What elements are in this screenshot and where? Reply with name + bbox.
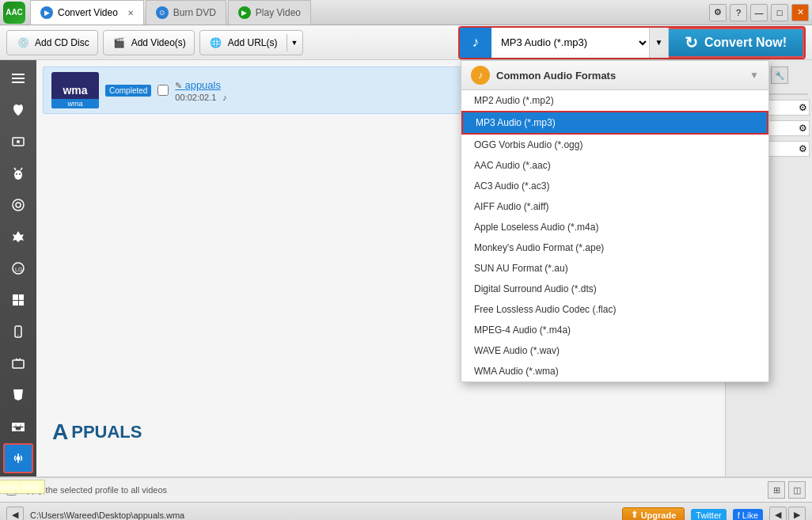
- app-logo: AAC: [3, 2, 25, 24]
- sidebar-item-all[interactable]: [3, 63, 33, 93]
- svg-rect-24: [17, 423, 20, 426]
- sidebar-item-film[interactable]: [3, 412, 33, 442]
- dropdown-item-2[interactable]: OGG Vorbis Audio (*.ogg): [461, 135, 768, 155]
- status-badge: Completed: [105, 85, 151, 97]
- dropdown-item-6[interactable]: Apple Loseless Audio (*.m4a): [461, 217, 768, 237]
- svg-rect-25: [21, 423, 24, 426]
- sidebar-item-tv[interactable]: [3, 348, 33, 378]
- convert-now-button[interactable]: ↻ Convert Now!: [669, 28, 804, 58]
- right-icon-2[interactable]: 🔧: [771, 66, 788, 84]
- sidebar-item-devices[interactable]: [3, 127, 33, 157]
- nav-arrows: ◀ ▶: [769, 507, 806, 521]
- svg-point-28: [17, 457, 21, 461]
- close-button[interactable]: ✕: [791, 4, 809, 21]
- tab-convert-video[interactable]: ▶ Convert Video ✕: [30, 0, 144, 25]
- svg-text:LG: LG: [15, 267, 22, 272]
- nav-next[interactable]: ▶: [788, 507, 806, 521]
- item-10-label: Free Lossless Audio Codec (.flac): [474, 304, 616, 315]
- svg-rect-2: [12, 82, 25, 83]
- bottom-left-icon[interactable]: ◀: [6, 507, 24, 521]
- dropdown-item-8[interactable]: SUN AU Format (*.au): [461, 258, 768, 279]
- svg-line-6: [14, 168, 16, 170]
- tab-play-video[interactable]: ▶ Play Video: [228, 0, 311, 25]
- duration-text: 00:02:02.1: [175, 93, 216, 102]
- item-8-label: SUN AU Format (*.au): [474, 263, 568, 274]
- sidebar-item-phone[interactable]: [3, 317, 33, 347]
- svg-point-8: [16, 173, 17, 175]
- svg-point-4: [17, 140, 20, 143]
- tab-burn-label: Burn DVD: [173, 7, 216, 18]
- maximize-button[interactable]: □: [771, 4, 788, 21]
- apply-icons: ⊞ ◫: [768, 481, 806, 499]
- cd-icon: 💿: [15, 35, 31, 51]
- format-dropdown-arrow[interactable]: ▼: [650, 28, 669, 58]
- svg-rect-18: [15, 326, 21, 337]
- dropdown-item-11[interactable]: MPEG-4 Audio (*.m4a): [461, 320, 768, 340]
- sidebar-item-android[interactable]: [3, 158, 33, 188]
- svg-rect-16: [13, 301, 18, 306]
- add-cd-disc-button[interactable]: 💿 Add CD Disc: [6, 30, 98, 55]
- dropdown-item-13[interactable]: WMA Audio (*.wma): [461, 361, 768, 381]
- svg-point-9: [19, 173, 21, 175]
- nav-prev[interactable]: ◀: [769, 507, 787, 521]
- video-add-icon: 🎬: [112, 35, 127, 51]
- item-3-label: AAC Audio (*.aac): [474, 160, 551, 171]
- burn-icon: ⊙: [156, 6, 169, 19]
- tab-burn-dvd[interactable]: ⊙ Burn DVD: [146, 0, 226, 25]
- svg-point-5: [14, 170, 22, 180]
- svg-point-11: [16, 203, 21, 207]
- help-icon[interactable]: ?: [730, 4, 747, 21]
- title-tabs: ▶ Convert Video ✕ ⊙ Burn DVD ▶ Play Vide…: [30, 0, 311, 25]
- twitter-button[interactable]: Twitter: [691, 509, 726, 521]
- dropdown-item-5[interactable]: AIFF Audio (*.aiff): [461, 196, 768, 217]
- sidebar-item-playstation[interactable]: [3, 190, 33, 220]
- sidebar-item-windows[interactable]: [3, 285, 33, 315]
- bottom-left: ◀: [6, 507, 24, 521]
- item-13-label: WMA Audio (*.wma): [474, 366, 559, 377]
- facebook-button[interactable]: f Like: [733, 509, 763, 521]
- dropdown-item-9[interactable]: Digital Surround Audio (*.dts): [461, 279, 768, 299]
- sidebar-item-lg[interactable]: LG: [3, 253, 33, 283]
- apply-row: Apply the selected profile to all videos…: [0, 477, 812, 502]
- format-select[interactable]: MP3 Audio (*.mp3) MP2 Audio (*.mp2) OGG …: [491, 28, 650, 58]
- dropdown-header: ♪ Common Audio Formats ▼: [461, 61, 768, 90]
- appuals-brand: A PPUALS: [52, 419, 142, 445]
- dropdown-collapse-arrow[interactable]: ▼: [749, 70, 759, 81]
- convert-icon: ▶: [40, 6, 53, 19]
- settings-gear-3[interactable]: ⚙: [799, 143, 807, 154]
- add-videos-button[interactable]: 🎬 Add Video(s): [103, 30, 195, 55]
- item-0-label: MP2 Audio (*.mp2): [474, 95, 554, 106]
- dropdown-item-0[interactable]: MP2 Audio (*.mp2): [461, 90, 768, 111]
- upgrade-label: Upgrade: [641, 511, 677, 520]
- video-checkbox[interactable]: [157, 85, 169, 96]
- minimize-button[interactable]: —: [750, 4, 768, 21]
- refresh-icon: ↻: [685, 33, 698, 52]
- sidebar-item-huawei[interactable]: [3, 222, 33, 252]
- dropdown-item-10[interactable]: Free Lossless Audio Codec (.flac): [461, 299, 768, 320]
- tab-close[interactable]: ✕: [127, 9, 134, 17]
- dropdown-item-3[interactable]: AAC Audio (*.aac): [461, 155, 768, 176]
- dropdown-item-1[interactable]: MP3 Audio (*.mp3): [461, 111, 768, 135]
- dropdown-item-12[interactable]: WAVE Audio (*.wav): [461, 340, 768, 361]
- dropdown-item-4[interactable]: AC3 Audio (*.ac3): [461, 176, 768, 196]
- upgrade-button[interactable]: ⬆ Upgrade: [622, 507, 685, 520]
- format-music-icon[interactable]: ♪: [460, 28, 491, 58]
- apply-icon-1[interactable]: ⊞: [768, 481, 785, 499]
- settings-gear-1[interactable]: ⚙: [799, 102, 807, 113]
- add-urls-button[interactable]: 🌐 Add URL(s) ▼: [199, 30, 303, 55]
- sidebar-item-audio[interactable]: Audio Files: [3, 443, 33, 473]
- sidebar-item-html5[interactable]: [3, 380, 33, 410]
- audio-note-icon: ♪: [222, 93, 227, 102]
- dropdown-item-7[interactable]: Monkey's Audio Format (*.ape): [461, 237, 768, 258]
- url-dropdown-arrow[interactable]: ▼: [286, 34, 302, 51]
- item-9-label: Digital Surround Audio (*.dts): [474, 283, 597, 294]
- add-cd-label: Add CD Disc: [35, 37, 89, 48]
- format-dropdown: ♪ Common Audio Formats ▼ MP2 Audio (*.mp…: [461, 60, 769, 382]
- apply-row-wrap: Apply the selected profile to all videos…: [0, 476, 812, 502]
- brand-a: A: [52, 419, 68, 445]
- apply-icon-2[interactable]: ◫: [788, 481, 806, 499]
- sidebar-item-apple[interactable]: [3, 95, 33, 125]
- settings-icon[interactable]: ⚙: [709, 4, 727, 21]
- thumbnail-label: wma: [51, 99, 99, 108]
- settings-gear-2[interactable]: ⚙: [799, 123, 807, 134]
